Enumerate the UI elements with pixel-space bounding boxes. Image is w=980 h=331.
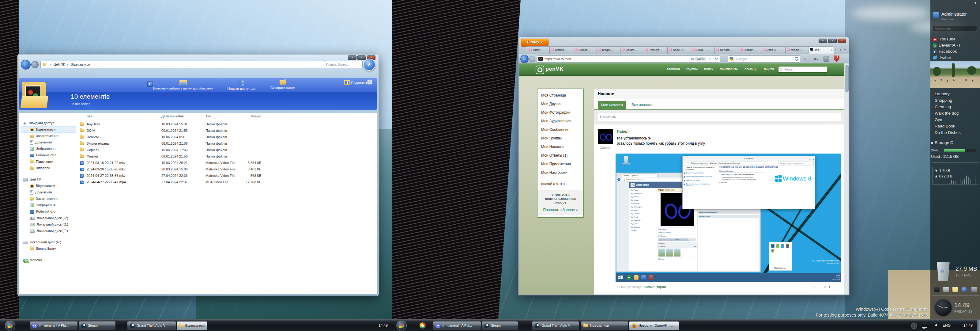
- sidebar-item[interactable]: Локальний диск (C:): [21, 215, 76, 221]
- todo-item[interactable]: Cleaning: [935, 104, 979, 110]
- tab-all-news[interactable]: Все новости: [632, 103, 652, 107]
- topup-link[interactable]: Пополнить баланс »: [539, 208, 582, 212]
- compose-input[interactable]: [598, 113, 841, 122]
- sidebar-item[interactable]: Підручники: [21, 158, 76, 165]
- toolbar-include-library-button[interactable]: Включити вибрану папку до бібліотеки: [146, 80, 220, 90]
- todo-item[interactable]: Do the Dishes: [935, 130, 979, 136]
- scrollbar-thumb[interactable]: [845, 65, 849, 92]
- menu-item[interactable]: Мои Настройки: [538, 168, 584, 177]
- chrome-icon[interactable]: [420, 322, 426, 329]
- nav-link[interactable]: пригласить: [720, 67, 738, 71]
- favorite-star-button[interactable]: ★: [363, 59, 375, 71]
- nav-link[interactable]: поиск: [704, 67, 713, 71]
- card-icon[interactable]: [943, 287, 949, 292]
- language-indicator[interactable]: ENG: [943, 320, 951, 331]
- toolbar-share-button[interactable]: Надати доступ до: [221, 80, 261, 90]
- taskbar-button[interactable]: Grand Theft Auto V: [532, 321, 579, 330]
- tab-close-icon[interactable]: x: [831, 46, 832, 53]
- breadcrumb[interactable]: ▸Цей ПК▸Відеозаписи: [40, 61, 329, 68]
- minimize-icon[interactable]: ▾: [819, 38, 827, 43]
- back-button[interactable]: ←: [520, 55, 528, 63]
- tray-expand-icon[interactable]: ▲: [911, 323, 917, 329]
- sidebar-item[interactable]: Локальний диск (E:): [21, 228, 76, 234]
- taskbar-button[interactable]: #—general | A Pla...: [29, 321, 78, 330]
- sidebar-item[interactable]: Документи: [21, 189, 76, 195]
- view-button[interactable]: Подання ▾: [344, 80, 367, 86]
- volume-tray-icon[interactable]: [935, 324, 937, 327]
- post-author-link[interactable]: Павел: [617, 130, 628, 134]
- quick-link[interactable]: DeviantART: [933, 42, 979, 48]
- file-row[interactable]: 2024-04-27 22-36-47.mp4 27.04.2024 22:37…: [78, 179, 375, 185]
- openvk-logo-icon[interactable]: [536, 66, 544, 74]
- browser-tab[interactable]: Helblin...: [526, 46, 550, 54]
- file-row[interactable]: Фільми 09.01.2024 21:56 Папка файлів: [78, 153, 375, 160]
- sidebar-group-network[interactable]: Мережа: [21, 257, 76, 263]
- taskbar-button[interactable]: Відеозаписи: [581, 321, 628, 330]
- sidebar-item[interactable]: Шпалери: [21, 165, 76, 171]
- sidebar-item[interactable]: Локальний диск (D:): [21, 221, 76, 228]
- sidebar-group-this-pc[interactable]: Цей ПК: [21, 176, 76, 183]
- file-row[interactable]: 2024-03-16 20-21-22.mkv 16.03.2024 20:21…: [78, 160, 375, 166]
- taskbar-button[interactable]: Steam: [481, 321, 518, 330]
- search-bar[interactable]: Google: [728, 56, 800, 62]
- sidebar-item[interactable]: Завантаження: [21, 133, 76, 139]
- column-header-name[interactable]: Ім'я: [87, 114, 92, 118]
- menu-item[interactable]: Мои Новости: [538, 142, 584, 151]
- network-tray-icon[interactable]: [922, 324, 928, 328]
- quick-link[interactable]: YouTube: [933, 36, 979, 42]
- zoom-level-badge[interactable]: 120%: [695, 57, 706, 61]
- show-desktop-button[interactable]: [977, 320, 980, 331]
- menu-item[interactable]: Мои Приложения: [538, 160, 584, 168]
- forward-button[interactable]: →: [529, 56, 535, 62]
- breadcrumb-root[interactable]: Цей ПК: [54, 62, 65, 66]
- taskbar-button[interactable]: Grand Theft Auto V: [127, 321, 176, 330]
- file-row[interactable]: RealVNC 18.06.2024 0:31 Папка файлів: [78, 134, 375, 141]
- sidebar-item[interactable]: Робочий стіл: [21, 152, 76, 158]
- sidebar-item[interactable]: Зображення: [21, 146, 76, 152]
- tab-scroll-right-icon[interactable]: ›: [835, 48, 836, 51]
- browser-tab[interactable]: Discotr...: [738, 46, 762, 54]
- browser-tab[interactable]: Station...: [549, 46, 574, 54]
- todo-item[interactable]: Gym: [935, 117, 979, 123]
- file-row[interactable]: DCIM 09.01.2024 21:56 Папка файлів: [78, 128, 375, 134]
- sidebar-item[interactable]: Відеозаписи: [21, 183, 76, 189]
- menu-item[interactable]: Мои Группы: [538, 134, 584, 142]
- wallet-icon[interactable]: [934, 287, 940, 292]
- maximize-icon[interactable]: ▴: [357, 56, 366, 60]
- search-icon[interactable]: [795, 57, 799, 61]
- forward-button[interactable]: →: [31, 61, 38, 68]
- browser-tab-active[interactable]: Нов... x: [808, 46, 834, 54]
- nav-link[interactable]: выйти: [764, 67, 774, 71]
- todo-item[interactable]: Shopping: [935, 97, 979, 104]
- home-icon[interactable]: ⌂: [804, 56, 807, 61]
- browser-tab[interactable]: Alex C...: [762, 46, 786, 54]
- quick-link[interactable]: Facebook: [933, 48, 979, 54]
- sidebar-item[interactable]: Робочий стіл: [21, 208, 76, 215]
- bookmarks-icon[interactable]: ★▾: [813, 56, 818, 61]
- menu-item[interactable]: Мои Ответы (1): [538, 151, 584, 160]
- reload-icon[interactable]: ↻: [715, 56, 718, 62]
- todo-item[interactable]: Read Book: [935, 123, 979, 130]
- help-icon[interactable]: [962, 287, 967, 292]
- minimize-icon[interactable]: ▾: [348, 56, 356, 60]
- file-row[interactable]: Серіали 15.04.2024 17:32 Папка файлів: [78, 147, 375, 153]
- pen-cup-icon[interactable]: [971, 287, 977, 292]
- file-row[interactable]: AnyDesk 10.03.2024 15:31 Папка файлів: [78, 121, 375, 128]
- avatar[interactable]: [598, 129, 613, 144]
- bookmark-star-icon[interactable]: ☆: [708, 56, 712, 62]
- tab-scroll-left-icon[interactable]: ‹: [520, 48, 521, 51]
- file-row[interactable]: 2024-03-20 15-06-20.mkv 20.03.2024 15:06…: [78, 166, 375, 173]
- breadcrumb-current[interactable]: Відеозаписи: [71, 62, 90, 66]
- browser-tab[interactable]: S3RL - ...: [691, 46, 715, 54]
- menu-item[interactable]: Моя Страница: [538, 91, 584, 100]
- menu-item[interactable]: Мои Аудиозаписи: [538, 117, 584, 125]
- menu-item[interactable]: Мои Друзья: [538, 100, 584, 108]
- browser-tab[interactable]: Mindle...: [785, 46, 810, 54]
- sticky-note-icon[interactable]: [953, 287, 958, 292]
- browser-tab[interactable]: Renard...: [714, 46, 739, 54]
- start-button[interactable]: [5, 321, 15, 331]
- search-input[interactable]: Пошук: Відео...: [324, 61, 363, 68]
- taskbar-button[interactable]: Новости - OpenVK - ...: [629, 321, 679, 330]
- maximize-icon[interactable]: ▴: [828, 38, 837, 43]
- taskbar-button[interactable]: Steam: [78, 321, 116, 330]
